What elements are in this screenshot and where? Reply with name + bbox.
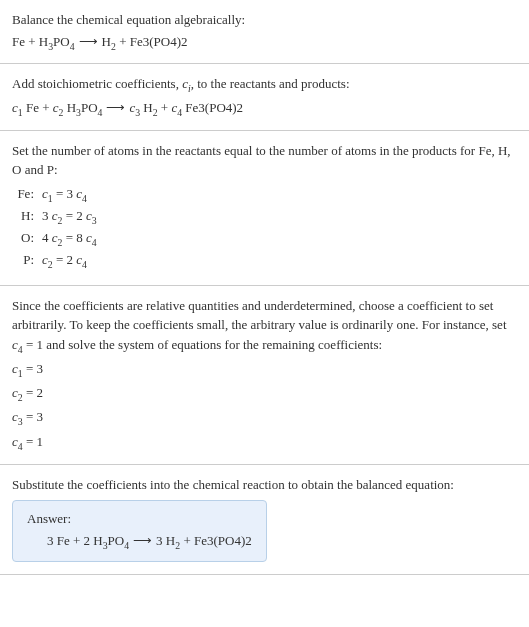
eq-text: PO (108, 533, 125, 548)
eq-text: Fe3(PO4)2 (182, 100, 243, 115)
eq-text: 4 (42, 230, 52, 245)
atom-eq: 3 c2 = 2 c3 (42, 206, 97, 228)
section-problem: Balance the chemical equation algebraica… (0, 0, 529, 64)
solution-row: c3 = 3 (12, 407, 517, 429)
text: Add stoichiometric coefficients, (12, 76, 182, 91)
eq-text: = 2 (53, 252, 77, 267)
eq-text: = 3 (23, 409, 43, 424)
eq-text: 3 H (156, 533, 175, 548)
eq-text: + (158, 100, 172, 115)
text: = 1 and solve the system of equations fo… (23, 337, 382, 352)
arrow-icon: ⟶ (133, 533, 152, 549)
atom-eq: c1 = 3 c4 (42, 184, 87, 206)
arrow-icon: ⟶ (106, 100, 125, 116)
balanced-equation: 3 Fe + 2 H3PO4 ⟶ 3 H2 + Fe3(PO4)2 (27, 533, 252, 551)
text: Since the coefficients are relative quan… (12, 298, 507, 333)
atom-label: P: (12, 250, 42, 272)
eq-text: = 3 (23, 361, 43, 376)
eq-text: + Fe3(PO4)2 (180, 533, 252, 548)
section-coefficients: Add stoichiometric coefficients, ci, to … (0, 64, 529, 131)
problem-intro: Balance the chemical equation algebraica… (12, 10, 517, 30)
atom-eq: 4 c2 = 8 c4 (42, 228, 97, 250)
atom-row-fe: Fe: c1 = 3 c4 (12, 184, 517, 206)
atom-eq: c2 = 2 c4 (42, 250, 87, 272)
answer-intro: Substitute the coefficients into the che… (12, 475, 517, 495)
atom-row-h: H: 3 c2 = 2 c3 (12, 206, 517, 228)
eq-text: 3 Fe + 2 H (47, 533, 103, 548)
balance-intro: Set the number of atoms in the reactants… (12, 141, 517, 180)
atom-row-o: O: 4 c2 = 8 c4 (12, 228, 517, 250)
solution-row: c1 = 3 (12, 359, 517, 381)
eq-text: = 8 (62, 230, 86, 245)
answer-label: Answer: (27, 511, 252, 527)
eq-text: = 3 (53, 186, 77, 201)
coef-sub: 3 (92, 215, 97, 226)
eq-sub: 4 (70, 40, 75, 51)
coef-sub: 4 (82, 259, 87, 270)
solve-intro: Since the coefficients are relative quan… (12, 296, 517, 357)
unbalanced-equation: Fe + H3PO4 ⟶ H2 + Fe3(PO4)2 (12, 34, 517, 52)
eq-text: H (63, 100, 76, 115)
solution-row: c4 = 1 (12, 432, 517, 454)
eq-text: PO (81, 100, 98, 115)
atom-label: Fe: (12, 184, 42, 206)
atom-table: Fe: c1 = 3 c4 H: 3 c2 = 2 c3 O: 4 c2 = 8… (12, 184, 517, 273)
coef-equation: c1 Fe + c2 H3PO4 ⟶ c3 H2 + c4 Fe3(PO4)2 (12, 100, 517, 118)
atom-row-p: P: c2 = 2 c4 (12, 250, 517, 272)
atom-label: H: (12, 206, 42, 228)
eq-sub: 4 (124, 540, 129, 551)
eq-text: PO (53, 34, 70, 49)
eq-text: H (140, 100, 153, 115)
section-atom-balance: Set the number of atoms in the reactants… (0, 131, 529, 286)
section-solve: Since the coefficients are relative quan… (0, 286, 529, 465)
arrow-icon: ⟶ (79, 34, 98, 50)
eq-text: = 2 (62, 208, 86, 223)
eq-text: Fe + (23, 100, 53, 115)
atom-label: O: (12, 228, 42, 250)
coef-sub: 4 (82, 193, 87, 204)
answer-box: Answer: 3 Fe + 2 H3PO4 ⟶ 3 H2 + Fe3(PO4)… (12, 500, 267, 562)
eq-sub: 4 (98, 107, 103, 118)
eq-text: = 2 (23, 385, 43, 400)
eq-text: = 1 (23, 434, 43, 449)
eq-text: H (102, 34, 111, 49)
eq-text: 3 (42, 208, 52, 223)
text: , to the reactants and products: (191, 76, 350, 91)
eq-text: + Fe3(PO4)2 (116, 34, 188, 49)
section-answer: Substitute the coefficients into the che… (0, 465, 529, 575)
eq-text: Fe + H (12, 34, 48, 49)
coef-intro: Add stoichiometric coefficients, ci, to … (12, 74, 517, 96)
solution-row: c2 = 2 (12, 383, 517, 405)
coef-sub: 4 (92, 237, 97, 248)
